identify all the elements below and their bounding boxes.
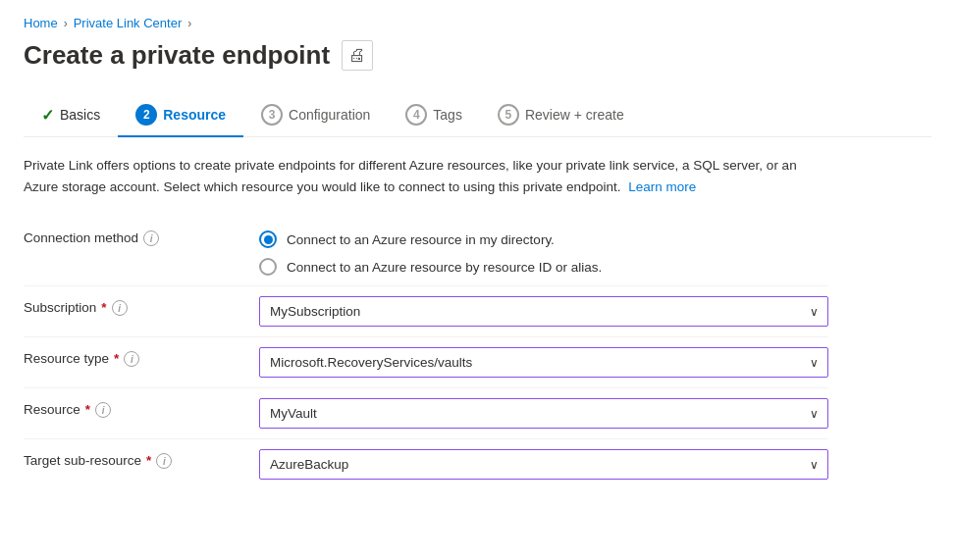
radio-resource-id-label: Connect to an Azure resource by resource… [287,260,602,275]
target-sub-resource-select-wrapper: AzureBackup ∨ [259,449,828,480]
breadcrumb-sep-1: › [64,17,68,30]
tags-step-number: 4 [405,104,427,126]
resource-type-select[interactable]: Microsoft.RecoveryServices/vaults [259,347,828,378]
tab-tags-label: Tags [433,107,462,123]
tab-resource-label: Resource [163,107,226,123]
resource-label-cell: Resource * i [24,388,239,438]
connection-method-field-cell: Connect to an Azure resource in my direc… [239,219,828,285]
resource-required: * [85,402,90,417]
resource-select-wrapper: MyVault ∨ [259,398,828,429]
target-sub-resource-label: Target sub-resource [24,453,141,468]
wizard-tabs: ✓ Basics 2 Resource 3 Configuration 4 Ta… [24,94,931,137]
breadcrumb-sep-2: › [187,17,191,30]
tab-configuration[interactable]: 3 Configuration [243,94,388,137]
tab-tags[interactable]: 4 Tags [388,94,480,137]
page-header: Create a private endpoint 🖨 [24,40,931,71]
radio-option-directory[interactable]: Connect to an Azure resource in my direc… [259,230,828,248]
resource-form: Connection method i Connect to an Azure … [24,219,828,489]
resource-type-required: * [114,351,119,366]
learn-more-link[interactable]: Learn more [628,179,696,194]
resource-type-select-wrapper: Microsoft.RecoveryServices/vaults ∨ [259,347,828,378]
resource-step-number: 2 [135,104,157,126]
resource-type-field-cell: Microsoft.RecoveryServices/vaults ∨ [239,337,828,387]
tab-review-create-label: Review + create [525,107,624,123]
resource-info-icon[interactable]: i [95,402,111,418]
section-description: Private Link offers options to create pr… [24,155,828,197]
breadcrumb-home[interactable]: Home [24,16,58,30]
breadcrumb: Home › Private Link Center › [24,16,931,30]
target-sub-resource-field-cell: AzureBackup ∨ [239,439,828,489]
subscription-required: * [101,300,106,315]
connection-method-info-icon[interactable]: i [143,230,159,246]
configuration-step-number: 3 [261,104,283,126]
tab-resource[interactable]: 2 Resource [118,94,243,137]
tab-basics-label: Basics [60,107,100,123]
resource-field-cell: MyVault ∨ [239,388,828,438]
basics-check-icon: ✓ [41,106,54,125]
radio-resource-id-outer [259,258,277,276]
connection-method-label-cell: Connection method i [24,219,239,285]
tab-review-create[interactable]: 5 Review + create [480,94,642,137]
print-icon[interactable]: 🖨 [342,40,373,71]
target-sub-resource-label-cell: Target sub-resource * i [24,439,239,489]
radio-directory-label: Connect to an Azure resource in my direc… [287,232,555,247]
radio-directory-inner [264,235,273,244]
breadcrumb-private-link-center[interactable]: Private Link Center [74,16,183,30]
subscription-info-icon[interactable]: i [112,300,128,316]
resource-select[interactable]: MyVault [259,398,828,429]
subscription-select-wrapper: MySubscription ∨ [259,296,828,327]
subscription-select[interactable]: MySubscription [259,296,828,327]
resource-label: Resource [24,402,80,417]
resource-type-label: Resource type [24,351,109,366]
resource-type-info-icon[interactable]: i [124,351,139,367]
radio-directory-outer [259,230,277,248]
tab-basics[interactable]: ✓ Basics [24,96,118,136]
review-step-number: 5 [498,104,519,126]
page-title: Create a private endpoint [24,40,330,71]
connection-method-label: Connection method [24,230,138,245]
resource-type-label-cell: Resource type * i [24,337,239,387]
target-sub-resource-required: * [146,453,151,468]
target-sub-resource-select[interactable]: AzureBackup [259,449,828,480]
tab-configuration-label: Configuration [289,107,370,123]
target-sub-resource-info-icon[interactable]: i [156,453,172,469]
radio-option-resource-id[interactable]: Connect to an Azure resource by resource… [259,258,828,276]
subscription-field-cell: MySubscription ∨ [239,286,828,336]
subscription-label: Subscription [24,300,96,315]
subscription-label-cell: Subscription * i [24,286,239,336]
